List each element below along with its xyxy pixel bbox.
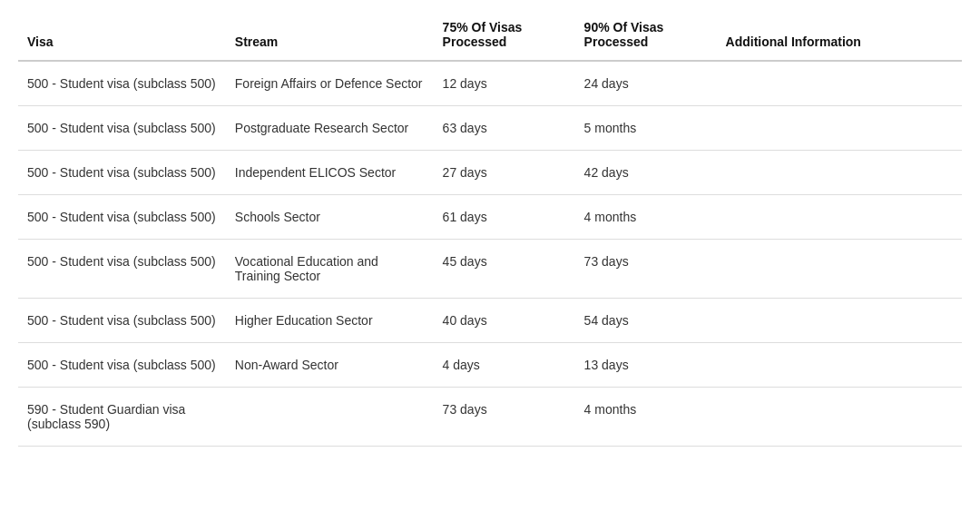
header-stream: Stream bbox=[226, 9, 434, 61]
cell-visa-3: 500 - Student visa (subclass 500) bbox=[18, 195, 226, 240]
cell-col90-4: 73 days bbox=[575, 240, 717, 299]
cell-col75-6: 4 days bbox=[434, 343, 575, 388]
cell-visa-2: 500 - Student visa (subclass 500) bbox=[18, 151, 226, 195]
cell-info-4 bbox=[717, 240, 962, 299]
cell-stream-2: Independent ELICOS Sector bbox=[226, 151, 434, 195]
header-info: Additional Information bbox=[717, 9, 962, 61]
cell-info-7 bbox=[717, 388, 962, 447]
cell-col90-5: 54 days bbox=[575, 299, 717, 343]
table-row: 500 - Student visa (subclass 500)Indepen… bbox=[18, 151, 962, 195]
cell-col90-3: 4 months bbox=[575, 195, 717, 240]
cell-col75-4: 45 days bbox=[434, 240, 575, 299]
cell-info-1 bbox=[717, 106, 962, 151]
table-row: 500 - Student visa (subclass 500)Schools… bbox=[18, 195, 962, 240]
cell-visa-5: 500 - Student visa (subclass 500) bbox=[18, 299, 226, 343]
cell-visa-7: 590 - Student Guardian visa (subclass 59… bbox=[18, 388, 226, 447]
cell-info-2 bbox=[717, 151, 962, 195]
cell-info-5 bbox=[717, 299, 962, 343]
cell-col90-1: 5 months bbox=[575, 106, 717, 151]
cell-stream-3: Schools Sector bbox=[226, 195, 434, 240]
cell-visa-4: 500 - Student visa (subclass 500) bbox=[18, 240, 226, 299]
table-row: 500 - Student visa (subclass 500)Postgra… bbox=[18, 106, 962, 151]
cell-visa-1: 500 - Student visa (subclass 500) bbox=[18, 106, 226, 151]
cell-visa-0: 500 - Student visa (subclass 500) bbox=[18, 61, 226, 106]
cell-info-0 bbox=[717, 61, 962, 106]
cell-stream-5: Higher Education Sector bbox=[226, 299, 434, 343]
header-90: 90% Of Visas Processed bbox=[575, 9, 717, 61]
table-row: 500 - Student visa (subclass 500)Non-Awa… bbox=[18, 343, 962, 388]
cell-col75-5: 40 days bbox=[434, 299, 575, 343]
cell-info-3 bbox=[717, 195, 962, 240]
table-row: 500 - Student visa (subclass 500)Foreign… bbox=[18, 61, 962, 106]
cell-col75-2: 27 days bbox=[434, 151, 575, 195]
cell-info-6 bbox=[717, 343, 962, 388]
main-container: Visa Stream 75% Of Visas Processed 90% O… bbox=[0, 0, 980, 456]
cell-col90-7: 4 months bbox=[575, 388, 717, 447]
table-row: 500 - Student visa (subclass 500)Higher … bbox=[18, 299, 962, 343]
visa-processing-table: Visa Stream 75% Of Visas Processed 90% O… bbox=[18, 9, 962, 447]
cell-col90-0: 24 days bbox=[575, 61, 717, 106]
cell-col75-0: 12 days bbox=[434, 61, 575, 106]
cell-col75-7: 73 days bbox=[434, 388, 575, 447]
header-visa: Visa bbox=[18, 9, 226, 61]
cell-stream-1: Postgraduate Research Sector bbox=[226, 106, 434, 151]
cell-stream-7 bbox=[226, 388, 434, 447]
cell-stream-6: Non-Award Sector bbox=[226, 343, 434, 388]
table-header-row: Visa Stream 75% Of Visas Processed 90% O… bbox=[18, 9, 962, 61]
table-row: 500 - Student visa (subclass 500)Vocatio… bbox=[18, 240, 962, 299]
header-75: 75% Of Visas Processed bbox=[434, 9, 575, 61]
table-body: 500 - Student visa (subclass 500)Foreign… bbox=[18, 61, 962, 447]
cell-col75-3: 61 days bbox=[434, 195, 575, 240]
cell-visa-6: 500 - Student visa (subclass 500) bbox=[18, 343, 226, 388]
cell-col90-2: 42 days bbox=[575, 151, 717, 195]
cell-stream-0: Foreign Affairs or Defence Sector bbox=[226, 61, 434, 106]
cell-stream-4: Vocational Education and Training Sector bbox=[226, 240, 434, 299]
cell-col90-6: 13 days bbox=[575, 343, 717, 388]
table-row: 590 - Student Guardian visa (subclass 59… bbox=[18, 388, 962, 447]
cell-col75-1: 63 days bbox=[434, 106, 575, 151]
